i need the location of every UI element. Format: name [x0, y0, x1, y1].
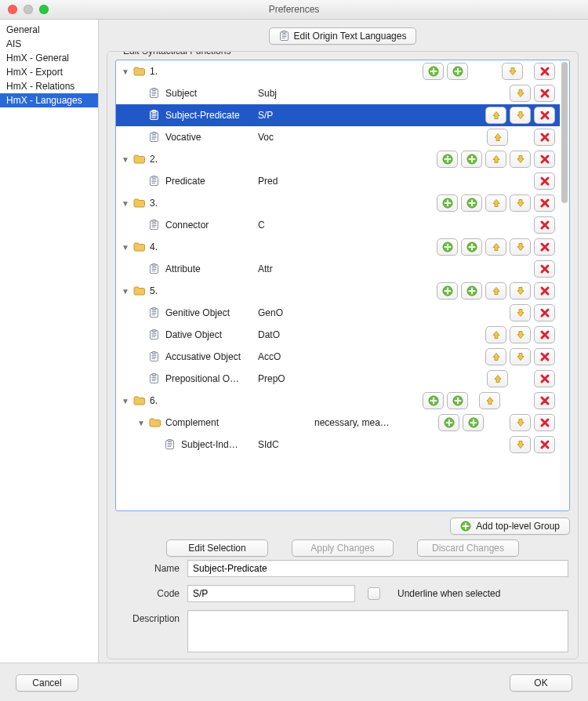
- add-button[interactable]: [437, 282, 458, 300]
- tree-item[interactable]: Genitive ObjectGenO: [116, 302, 560, 324]
- scroll-thumb[interactable]: [561, 62, 568, 203]
- delete-button[interactable]: [534, 63, 555, 80]
- delete-button[interactable]: [534, 348, 555, 365]
- move-up-button[interactable]: [485, 107, 506, 124]
- disclosure-icon[interactable]: ▼: [136, 418, 146, 427]
- scrollbar[interactable]: [560, 60, 569, 510]
- tree-group[interactable]: ▼3.: [116, 192, 560, 214]
- delete-button[interactable]: [534, 282, 555, 300]
- sidebar-item-ais[interactable]: AIS: [0, 37, 98, 51]
- tree-item[interactable]: ConnectorC: [116, 214, 560, 236]
- disclosure-icon[interactable]: ▼: [121, 154, 130, 164]
- move-down-button[interactable]: [510, 326, 531, 343]
- move-down-button[interactable]: [510, 436, 531, 453]
- sidebar-item-general[interactable]: General: [0, 23, 98, 37]
- tree-item[interactable]: Dative ObjectDatO: [116, 324, 560, 346]
- tree-group[interactable]: ▼5.: [116, 280, 560, 302]
- tree-group[interactable]: ▼6.: [116, 390, 560, 412]
- tree-item[interactable]: Accusative ObjectAccO: [116, 346, 560, 368]
- move-up-button[interactable]: [485, 282, 506, 300]
- description-field[interactable]: [187, 610, 568, 652]
- cancel-button[interactable]: Cancel: [16, 674, 78, 692]
- add-sub-button[interactable]: [461, 194, 482, 212]
- tree-item[interactable]: SubjectSubj: [116, 82, 560, 104]
- delete-button[interactable]: [534, 326, 555, 343]
- delete-button[interactable]: [534, 392, 555, 409]
- add-sub-button[interactable]: [461, 282, 482, 300]
- delete-button[interactable]: [534, 107, 555, 124]
- edit-origin-languages-button[interactable]: Edit Origin Text Languages: [269, 27, 417, 45]
- tree-item[interactable]: PredicatePred: [116, 170, 560, 192]
- delete-button[interactable]: [534, 173, 555, 190]
- move-up-button[interactable]: [487, 370, 508, 387]
- underline-checkbox[interactable]: [368, 587, 380, 600]
- disclosure-icon[interactable]: ▼: [121, 396, 130, 405]
- add-button[interactable]: [437, 151, 458, 168]
- add-sub-button[interactable]: [447, 63, 468, 80]
- tree-item[interactable]: VocativeVoc: [116, 126, 560, 148]
- delete-button[interactable]: [534, 85, 555, 102]
- edit-selection-button[interactable]: Edit Selection: [166, 539, 268, 557]
- delete-button[interactable]: [534, 238, 555, 256]
- add-sub-button[interactable]: [463, 414, 484, 431]
- delete-button[interactable]: [534, 216, 555, 234]
- tree-group[interactable]: ▼2.: [116, 148, 560, 170]
- move-down-button[interactable]: [510, 414, 531, 431]
- add-top-level-group-button[interactable]: Add top-level Group: [450, 518, 570, 535]
- delete-button[interactable]: [534, 370, 555, 387]
- delete-button[interactable]: [534, 194, 555, 212]
- move-down-button[interactable]: [510, 194, 531, 212]
- delete-button[interactable]: [534, 151, 555, 168]
- apply-changes-button[interactable]: Apply Changes: [292, 539, 394, 557]
- delete-button[interactable]: [534, 304, 555, 321]
- add-button[interactable]: [423, 63, 444, 80]
- tree-item[interactable]: Subject-Ind…SIdC: [116, 434, 560, 456]
- delete-button[interactable]: [534, 436, 555, 453]
- sidebar-item-hmx-general[interactable]: HmX - General: [0, 51, 98, 65]
- add-button[interactable]: [423, 392, 444, 409]
- disclosure-icon[interactable]: ▼: [121, 198, 130, 208]
- add-button[interactable]: [437, 238, 458, 256]
- move-down-button[interactable]: [510, 238, 531, 256]
- move-down-button[interactable]: [510, 107, 531, 124]
- disclosure-icon[interactable]: ▼: [121, 67, 130, 76]
- delete-button[interactable]: [534, 260, 555, 278]
- sidebar-item-hmx-languages[interactable]: HmX - Languages: [0, 93, 98, 107]
- delete-button[interactable]: [534, 414, 555, 431]
- close-icon[interactable]: [8, 5, 17, 14]
- move-down-button[interactable]: [502, 63, 523, 80]
- move-up-button[interactable]: [479, 392, 500, 409]
- underline-checkbox-label[interactable]: Underline when selected: [397, 588, 500, 599]
- add-sub-button[interactable]: [447, 392, 468, 409]
- add-button[interactable]: [437, 194, 458, 212]
- disclosure-icon[interactable]: ▼: [121, 286, 130, 296]
- tree-group[interactable]: ▼Complementnecessary, mea…: [116, 412, 560, 434]
- move-up-button[interactable]: [485, 326, 506, 343]
- disclosure-icon[interactable]: ▼: [121, 242, 130, 252]
- move-up-button[interactable]: [485, 348, 506, 365]
- move-up-button[interactable]: [485, 151, 506, 168]
- move-down-button[interactable]: [510, 282, 531, 300]
- move-down-button[interactable]: [510, 85, 531, 102]
- tree-item[interactable]: AttributeAttr: [116, 258, 560, 280]
- tree-group[interactable]: ▼4.: [116, 236, 560, 258]
- maximize-icon[interactable]: [39, 5, 49, 14]
- add-sub-button[interactable]: [461, 151, 482, 168]
- move-up-button[interactable]: [485, 238, 506, 256]
- move-down-button[interactable]: [510, 348, 531, 365]
- discard-changes-button[interactable]: Discard Changes: [417, 539, 519, 557]
- tree-item[interactable]: Subject-PredicateS/P: [116, 104, 560, 126]
- move-up-button[interactable]: [487, 129, 508, 146]
- code-field[interactable]: [187, 585, 355, 602]
- add-button[interactable]: [438, 414, 459, 431]
- sidebar-item-hmx-export[interactable]: HmX - Export: [0, 65, 98, 79]
- move-down-button[interactable]: [510, 151, 531, 168]
- tree-item[interactable]: Prepositional O…PrepO: [116, 368, 560, 390]
- name-field[interactable]: [187, 560, 568, 577]
- sidebar-item-hmx-relations[interactable]: HmX - Relations: [0, 79, 98, 93]
- delete-button[interactable]: [534, 129, 555, 146]
- move-up-button[interactable]: [485, 194, 506, 212]
- tree-group[interactable]: ▼1.: [116, 60, 560, 82]
- move-down-button[interactable]: [510, 304, 531, 321]
- add-sub-button[interactable]: [461, 238, 482, 256]
